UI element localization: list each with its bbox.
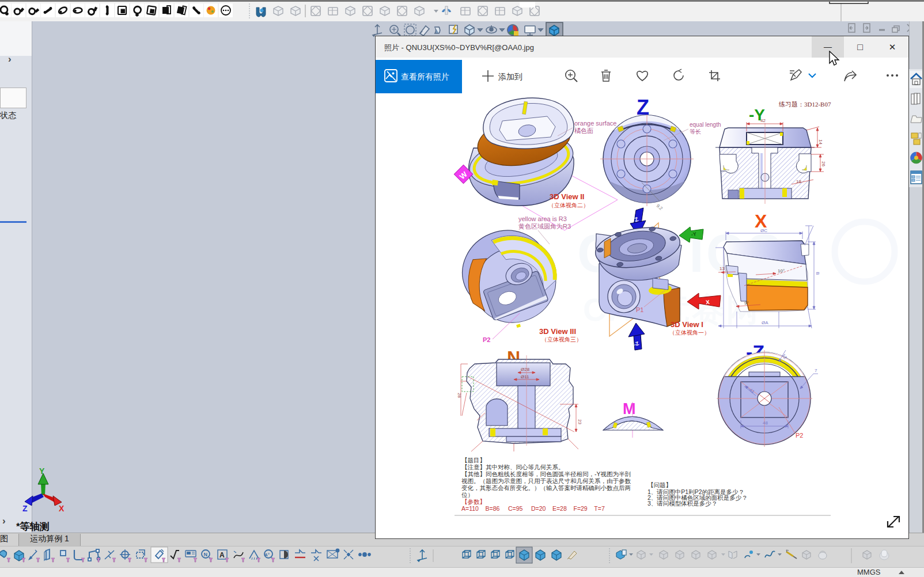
- svg-text:-Y: -Y: [691, 231, 696, 237]
- svg-text:P2: P2: [483, 336, 490, 343]
- svg-text:A°: A°: [264, 552, 270, 557]
- svg-text:18: 18: [796, 179, 801, 184]
- svg-text:X: X: [59, 504, 65, 513]
- svg-text:9°: 9°: [744, 301, 749, 306]
- svg-text:Ø11: Ø11: [521, 374, 529, 379]
- svg-text:Z: Z: [22, 504, 28, 513]
- svg-text:视图。（题图为示意图，只用于表达尺寸和几何关系，由于参数: 视图。（题图为示意图，只用于表达尺寸和几何关系，由于参数: [461, 477, 631, 484]
- svg-text:28: 28: [457, 393, 462, 398]
- svg-text:A: A: [219, 551, 225, 559]
- svg-text:【注意】其中对称、同心等几何关系。: 【注意】其中对称、同心等几何关系。: [461, 464, 565, 470]
- svg-text:P1: P1: [636, 306, 643, 313]
- svg-text:equal length: equal length: [690, 122, 721, 128]
- svg-text:ØA: ØA: [762, 320, 768, 325]
- svg-text:Z: Z: [637, 96, 649, 119]
- svg-text:26: 26: [821, 161, 826, 166]
- svg-text:【问题】: 【问题】: [647, 481, 672, 488]
- svg-text:A=110 B=86 C=95 D=2: A=110 B=86 C=95 D=20 E=28 F=29 T=7: [461, 505, 605, 512]
- svg-text:N: N: [204, 552, 208, 557]
- svg-text:3D View III: 3D View III: [539, 327, 576, 336]
- svg-text:42: 42: [760, 118, 766, 123]
- svg-text:Y: Y: [39, 466, 45, 476]
- svg-text:yellow area is R3: yellow area is R3: [518, 215, 567, 222]
- svg-text:7: 7: [815, 368, 817, 373]
- svg-text:等长: 等长: [690, 128, 701, 135]
- svg-text:13: 13: [719, 266, 725, 271]
- svg-text:orange surface: orange surface: [574, 120, 616, 127]
- svg-text:练习题：3D12-B07: 练习题：3D12-B07: [779, 101, 831, 108]
- svg-text:橘色面: 橘色面: [574, 127, 593, 134]
- svg-text:（立体视角三）: （立体视角三）: [541, 336, 582, 343]
- svg-text:3D View I: 3D View I: [671, 320, 703, 329]
- svg-text:【其他】同色粗线长度相等，同色圆弧半径相同，-Y视图为半剖: 【其他】同色粗线长度相等，同色圆弧半径相同，-Y视图为半剖: [461, 470, 631, 477]
- svg-text:10°: 10°: [778, 268, 785, 274]
- svg-text:【题目】: 【题目】: [461, 457, 486, 464]
- svg-text:位）: 位）: [461, 491, 474, 498]
- svg-text:黄色区域圆角为R3: 黄色区域圆角为R3: [518, 223, 571, 230]
- svg-text:（立体视角一）: （立体视角一）: [669, 329, 710, 336]
- svg-text:48: 48: [763, 420, 768, 426]
- svg-text:ØC: ØC: [760, 228, 767, 233]
- svg-text:添加到: 添加到: [498, 72, 522, 81]
- svg-text:3D View II: 3D View II: [550, 192, 584, 201]
- svg-text:14: 14: [818, 139, 823, 145]
- svg-text:（立体视角二）: （立体视角二）: [548, 202, 589, 208]
- svg-text:B: B: [815, 272, 820, 275]
- svg-text:3、请问模型体积是多少？: 3、请问模型体积是多少？: [647, 500, 717, 507]
- svg-text:变化，其形态会有所变化。）（输入答案时请精确到小数点后两: 变化，其形态会有所变化。）（输入答案时请精确到小数点后两: [461, 484, 631, 491]
- svg-text:【参数】: 【参数】: [461, 498, 486, 505]
- svg-text:P2: P2: [796, 432, 803, 439]
- svg-text:Ø28: Ø28: [521, 367, 530, 372]
- svg-text:M: M: [623, 400, 636, 417]
- svg-text:23: 23: [577, 419, 582, 424]
